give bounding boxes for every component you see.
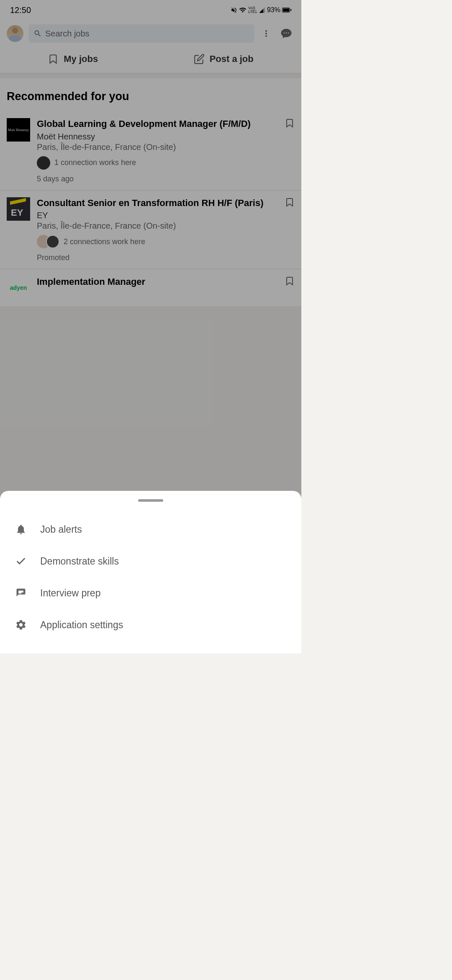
check-icon (15, 555, 27, 567)
sheet-item-demonstrate-skills[interactable]: Demonstrate skills (0, 545, 301, 577)
sheet-item-interview-prep[interactable]: Interview prep (0, 577, 301, 609)
gear-icon (15, 619, 27, 631)
sheet-item-label: Interview prep (40, 588, 100, 599)
sheet-item-application-settings[interactable]: Application settings (0, 609, 301, 641)
note-icon (15, 587, 27, 599)
sheet-item-label: Application settings (40, 619, 123, 631)
sheet-item-label: Demonstrate skills (40, 556, 119, 567)
bottom-sheet: Job alerts Demonstrate skills Interview … (0, 491, 301, 653)
sheet-item-label: Job alerts (40, 524, 82, 535)
drag-handle[interactable] (138, 499, 163, 502)
bell-icon (15, 524, 27, 535)
sheet-item-job-alerts[interactable]: Job alerts (0, 513, 301, 545)
